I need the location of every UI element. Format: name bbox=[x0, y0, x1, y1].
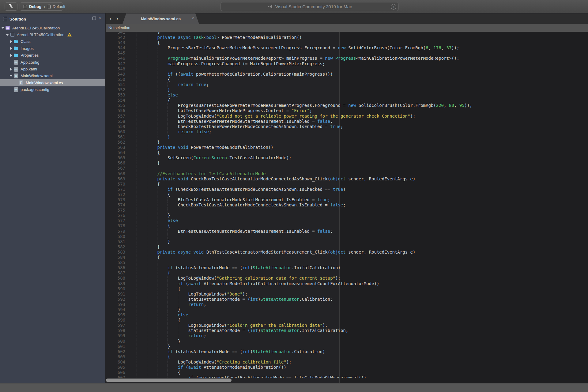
line-number[interactable]: 568 bbox=[106, 171, 125, 176]
line-number[interactable]: 582 bbox=[106, 244, 125, 250]
line-number[interactable]: 561 bbox=[106, 134, 125, 140]
line-number[interactable]: 578 bbox=[106, 223, 125, 228]
line-number[interactable]: 604 bbox=[106, 360, 125, 365]
disclosure-closed-icon[interactable] bbox=[9, 68, 13, 71]
line-number[interactable]: 587 bbox=[106, 270, 125, 276]
code-text: else bbox=[137, 218, 178, 223]
line-number[interactable]: 605 bbox=[106, 365, 125, 370]
line-number[interactable]: 603 bbox=[106, 354, 125, 360]
disclosure-open-icon[interactable] bbox=[9, 75, 13, 77]
line-number[interactable]: 555 bbox=[106, 103, 125, 108]
line-number[interactable]: 575 bbox=[106, 208, 125, 213]
line-number[interactable]: 562 bbox=[106, 140, 125, 145]
disclosure-closed-icon[interactable] bbox=[9, 40, 13, 43]
disclosure-closed-icon[interactable] bbox=[9, 54, 13, 57]
line-number[interactable]: 601 bbox=[106, 344, 125, 349]
line-number[interactable]: 592 bbox=[106, 297, 125, 302]
line-number[interactable]: 569 bbox=[106, 176, 125, 182]
code-line-570: 570 { bbox=[106, 182, 588, 187]
line-number[interactable]: 563 bbox=[106, 145, 125, 150]
line-number[interactable]: 595 bbox=[106, 312, 125, 318]
build-run-button[interactable] bbox=[5, 2, 17, 11]
line-number[interactable]: 566 bbox=[106, 160, 125, 166]
dock-pad-icon[interactable] bbox=[92, 17, 96, 20]
line-number[interactable]: 553 bbox=[106, 92, 125, 98]
line-number[interactable]: 598 bbox=[106, 328, 125, 333]
line-number[interactable]: 559 bbox=[106, 124, 125, 129]
update-arrow-icon[interactable]: ↑ bbox=[391, 4, 396, 9]
disclosure-closed-icon[interactable] bbox=[9, 47, 13, 50]
line-number[interactable]: 552 bbox=[106, 87, 125, 92]
line-number[interactable]: 607 bbox=[106, 375, 125, 378]
sidebar-item-arendi-blt2450calibration[interactable]: Arendi.BLT2450Calibration bbox=[0, 24, 105, 31]
line-number[interactable]: 565 bbox=[106, 155, 125, 160]
line-number[interactable]: 550 bbox=[106, 77, 125, 82]
line-number[interactable]: 602 bbox=[106, 349, 125, 354]
sidebar-item-app-config[interactable]: <>App.config bbox=[0, 59, 105, 66]
line-number[interactable]: 544 bbox=[106, 45, 125, 51]
sidebar-item-app-xaml[interactable]: <>App.xaml bbox=[0, 66, 105, 72]
window-title-pill[interactable]: Visual Studio Community 2019 for Mac ↑ bbox=[221, 2, 399, 11]
sidebar-item-class[interactable]: Class bbox=[0, 38, 105, 45]
line-number[interactable]: 586 bbox=[106, 265, 125, 270]
line-number[interactable]: 542 bbox=[106, 35, 125, 40]
line-number[interactable]: 579 bbox=[106, 229, 125, 234]
line-number[interactable]: 574 bbox=[106, 202, 125, 208]
line-number[interactable]: 596 bbox=[106, 318, 125, 323]
line-number[interactable]: 594 bbox=[106, 307, 125, 312]
line-number[interactable]: 548 bbox=[106, 66, 125, 72]
line-number[interactable]: 600 bbox=[106, 339, 125, 344]
line-number[interactable]: 593 bbox=[106, 302, 125, 307]
line-number[interactable]: 599 bbox=[106, 333, 125, 338]
line-number[interactable]: 588 bbox=[106, 276, 125, 281]
line-number[interactable]: 573 bbox=[106, 197, 125, 202]
tab-close-icon[interactable]: × bbox=[192, 16, 194, 21]
sidebar-item-mainwindow-xaml[interactable]: <>MainWindow.xaml bbox=[0, 73, 105, 79]
line-number[interactable]: 584 bbox=[106, 255, 125, 260]
line-number[interactable]: 546 bbox=[106, 56, 125, 61]
line-number[interactable]: 551 bbox=[106, 82, 125, 87]
line-number[interactable]: 557 bbox=[106, 114, 125, 119]
line-number[interactable]: 577 bbox=[106, 218, 125, 223]
line-number[interactable]: 572 bbox=[106, 192, 125, 197]
line-number[interactable]: 545 bbox=[106, 51, 125, 56]
disclosure-open-icon[interactable] bbox=[6, 34, 9, 36]
navigate-forward-icon[interactable]: › bbox=[115, 15, 120, 23]
line-number[interactable]: 556 bbox=[106, 108, 125, 113]
line-number[interactable]: 597 bbox=[106, 323, 125, 328]
tab-mainwindow-xaml-cs[interactable]: MainWindow.xaml.cs × bbox=[123, 13, 199, 24]
sidebar-item-images[interactable]: Images bbox=[0, 45, 105, 52]
line-number[interactable]: 564 bbox=[106, 150, 125, 155]
close-pad-icon[interactable]: × bbox=[99, 17, 101, 20]
line-number[interactable]: 558 bbox=[106, 119, 125, 124]
line-number[interactable]: 581 bbox=[106, 239, 125, 244]
sidebar-item-arendi-blt2450calibration[interactable]: Arendi.BLT2450Calibration bbox=[0, 31, 105, 38]
line-number[interactable]: 554 bbox=[106, 98, 125, 103]
line-number[interactable]: 576 bbox=[106, 213, 125, 218]
sidebar-item-packages-config[interactable]: <>packages.config bbox=[0, 86, 105, 93]
configuration-selector[interactable]: Debug › Default bbox=[20, 2, 63, 11]
navigate-back-icon[interactable]: ‹ bbox=[108, 15, 113, 23]
line-number[interactable]: 589 bbox=[106, 281, 125, 286]
line-number[interactable]: 567 bbox=[106, 166, 125, 171]
line-number[interactable]: 560 bbox=[106, 129, 125, 134]
code-editor[interactable]: 541 }542 private async Task<bool> PowerM… bbox=[106, 32, 588, 383]
line-number[interactable]: 590 bbox=[106, 286, 125, 292]
line-number[interactable]: 583 bbox=[106, 250, 125, 255]
line-number[interactable]: 541 bbox=[106, 32, 125, 35]
breadcrumb[interactable]: No selection bbox=[106, 24, 588, 32]
horizontal-scrollbar-thumb[interactable] bbox=[106, 379, 232, 382]
line-number[interactable]: 543 bbox=[106, 40, 125, 45]
line-number[interactable]: 571 bbox=[106, 187, 125, 192]
line-number[interactable]: 547 bbox=[106, 61, 125, 66]
line-number[interactable]: 591 bbox=[106, 292, 125, 297]
line-number[interactable]: 580 bbox=[106, 234, 125, 239]
line-number[interactable]: 606 bbox=[106, 370, 125, 375]
disclosure-open-icon[interactable] bbox=[1, 27, 5, 29]
code-text: else bbox=[137, 312, 188, 318]
line-number[interactable]: 570 bbox=[106, 182, 125, 187]
sidebar-item-properties[interactable]: Properties bbox=[0, 52, 105, 59]
line-number[interactable]: 549 bbox=[106, 72, 125, 77]
line-number[interactable]: 585 bbox=[106, 260, 125, 265]
sidebar-item-mainwindow-xaml-cs[interactable]: {}MainWindow.xaml.cs bbox=[0, 79, 105, 86]
